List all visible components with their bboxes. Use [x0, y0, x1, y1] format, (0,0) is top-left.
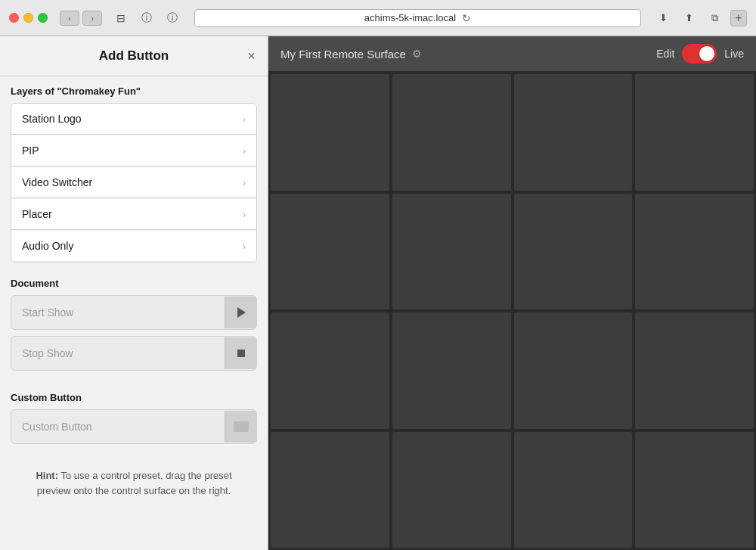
close-traffic-light[interactable] [9, 13, 19, 23]
stop-show-label: Stop Show [11, 337, 225, 370]
layer-item-station-logo[interactable]: Station Logo › [11, 104, 256, 135]
traffic-lights [9, 13, 48, 23]
show-tab-bar-icon[interactable]: ⊟ [111, 11, 131, 26]
grid-cell[interactable] [634, 431, 754, 549]
grid-cell[interactable] [270, 431, 390, 549]
layer-item-label: Audio Only [22, 240, 73, 252]
duplicate-icon[interactable]: ⧉ [705, 11, 724, 26]
grid-cell[interactable] [634, 193, 754, 311]
grid-cell[interactable] [392, 73, 512, 191]
live-label: Live [724, 48, 744, 60]
grid-cell[interactable] [513, 193, 634, 311]
stop-show-item: Stop Show [11, 336, 257, 371]
grid-cell[interactable] [270, 73, 390, 191]
right-panel: My First Remote Surface ⚙ Edit Live [268, 36, 756, 550]
download-icon[interactable]: ⬇ [653, 11, 673, 26]
chevron-right-icon: › [243, 209, 246, 220]
chevron-right-icon: › [243, 177, 246, 188]
surface-header: My First Remote Surface ⚙ Edit Live [268, 36, 756, 72]
surface-grid [268, 72, 756, 550]
left-panel: Add Button × Layers of "Chromakey Fun" S… [0, 36, 268, 550]
hint-section: Hint: To use a control preset, drag the … [0, 456, 268, 510]
start-show-item: Start Show [11, 295, 257, 330]
layer-item-label: Placer [22, 208, 52, 220]
layer-item-label: Station Logo [22, 113, 82, 125]
chevron-right-icon: › [243, 113, 246, 125]
fullscreen-traffic-light[interactable] [38, 13, 48, 23]
stop-show-button[interactable] [225, 337, 256, 369]
layer-item-video-switcher[interactable]: Video Switcher › [11, 167, 256, 198]
browser-actions: ⬇ ⬆ ⧉ [653, 11, 724, 26]
custom-section: Custom Button Custom Button [0, 383, 268, 456]
grid-cell[interactable] [270, 193, 390, 311]
layer-item-label: Video Switcher [22, 176, 92, 188]
url-text: achims-5k-imac.local [364, 12, 456, 23]
grid-cell[interactable] [513, 431, 634, 549]
close-button[interactable]: × [247, 49, 256, 63]
grid-cell[interactable] [392, 312, 512, 430]
document-section-title: Document [11, 278, 257, 289]
panel-header: Add Button × [0, 36, 268, 76]
minimize-traffic-light[interactable] [23, 13, 33, 23]
document-section: Document Start Show Stop Show [0, 269, 268, 383]
upload-icon[interactable]: ⬆ [679, 11, 699, 26]
custom-section-title: Custom Button [11, 392, 257, 403]
surface-title: My First Remote Surface [280, 48, 406, 61]
layer-item-audio-only[interactable]: Audio Only › [11, 231, 256, 261]
custom-button-item: Custom Button [11, 409, 257, 444]
url-bar[interactable]: achims-5k-imac.local ↻ [194, 9, 641, 27]
main-content: Add Button × Layers of "Chromakey Fun" S… [0, 36, 756, 550]
reload-button[interactable]: ↻ [462, 12, 471, 24]
custom-icon [234, 421, 249, 432]
layer-item-label: PIP [22, 144, 39, 157]
panel-title: Add Button [99, 48, 169, 64]
hint-bold: Hint: [36, 470, 58, 481]
nav-buttons: ‹ › [60, 11, 102, 26]
grid-cell[interactable] [392, 431, 512, 549]
gear-icon[interactable]: ⚙ [412, 48, 422, 60]
surface-controls: Edit Live [656, 44, 744, 64]
toggle-knob [699, 46, 714, 61]
custom-button-label: Custom Button [11, 410, 225, 443]
start-show-label: Start Show [11, 296, 225, 329]
back-button[interactable]: ‹ [60, 11, 79, 26]
toolbar-icons: ⊟ ⓘ ⓘ [111, 11, 182, 26]
layer-item-pip[interactable]: PIP › [11, 135, 256, 166]
grid-cell[interactable] [270, 312, 390, 430]
layer-item-placer[interactable]: Placer › [11, 199, 256, 230]
grid-cell[interactable] [513, 73, 634, 191]
grid-cell[interactable] [392, 193, 512, 311]
chevron-right-icon: › [243, 241, 246, 252]
browser-chrome: ‹ › ⊟ ⓘ ⓘ achims-5k-imac.local ↻ ⬇ ⬆ ⧉ + [0, 0, 756, 36]
hint-text: To use a control preset, drag the preset… [37, 470, 232, 496]
play-icon [237, 307, 246, 318]
stop-icon [237, 350, 245, 357]
grid-cell[interactable] [634, 73, 754, 191]
layers-section: Layers of "Chromakey Fun" Station Logo ›… [0, 76, 268, 269]
live-toggle[interactable] [682, 44, 717, 64]
edit-label: Edit [656, 48, 674, 60]
forward-button[interactable]: › [82, 11, 102, 26]
layers-list: Station Logo › PIP › Video Switcher › Pl… [11, 103, 257, 263]
surface-title-area: My First Remote Surface ⚙ [280, 48, 422, 61]
start-show-button[interactable] [225, 297, 256, 328]
share-icon[interactable]: ⓘ [163, 11, 182, 26]
custom-button[interactable] [225, 411, 256, 443]
grid-cell[interactable] [513, 312, 634, 430]
info-icon[interactable]: ⓘ [137, 11, 156, 26]
layers-section-title: Layers of "Chromakey Fun" [11, 85, 257, 97]
grid-cell[interactable] [634, 312, 754, 430]
chevron-right-icon: › [243, 145, 246, 157]
new-tab-button[interactable]: + [730, 10, 747, 26]
